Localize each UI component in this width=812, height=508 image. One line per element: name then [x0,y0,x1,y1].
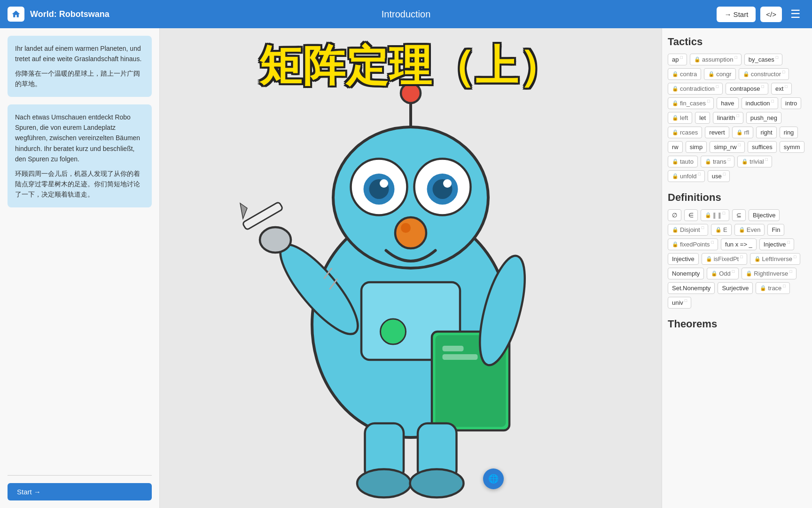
tactic-tag-constructor[interactable]: 🔒constructor□ [739,68,789,80]
lock-icon: 🔒 [746,270,752,277]
tag-label: have [721,100,734,107]
theorems-title: Theorems [668,318,806,330]
tactic-tag-left[interactable]: 🔒left [668,112,692,124]
tag-label: simp_rw [714,143,736,151]
tactic-tag-isFixedPt[interactable]: 🔒isFixedPt□ [702,253,747,265]
corner-mark: □ [738,143,741,147]
tactic-tag-push_neg[interactable]: push_neg [746,112,781,124]
svg-rect-4 [443,346,464,351]
tactic-tag-ap[interactable]: ap□ [668,54,687,65]
tactic-tag-let[interactable]: let [695,112,710,124]
tag-label: Injective [672,255,695,262]
lock-icon: 🔒 [760,285,766,291]
tactic-tag-congr[interactable]: 🔒congr [704,68,736,80]
corner-mark: □ [711,240,714,245]
start-button[interactable]: → Start [717,7,756,22]
corner-mark: □ [788,240,790,245]
tactic-tag-Even[interactable]: 🔒Even [734,224,765,236]
tag-label: rw [672,143,679,151]
tactic-tag-∈[interactable]: ∈ [684,209,698,221]
start-bottom-button[interactable]: Start → [8,483,152,500]
tactic-tag-univ[interactable]: univ□ [668,297,691,309]
tag-label: use [712,173,722,180]
home-icon [11,9,21,19]
tactic-tag-fun_x_=>__[interactable]: fun x => _ [721,238,757,250]
tactic-tag-Disjoint[interactable]: 🔒Disjoint□ [668,224,708,236]
tag-label: LeftInverse [762,255,792,262]
tactic-tag-ext[interactable]: ext□ [771,83,792,95]
translate-button[interactable]: 🌐 [483,468,504,489]
tactic-tag-assumption[interactable]: 🔒assumption□ [690,54,742,65]
corner-mark: □ [772,99,774,103]
lock-icon: 🔒 [743,71,750,77]
tactic-tag-have[interactable]: have [717,97,738,109]
tactic-tag-contradiction[interactable]: 🔒contradiction□ [668,83,723,95]
tactic-tag-Surjective[interactable]: Surjective [718,282,753,294]
corner-mark: □ [785,84,787,89]
tactic-tag-revert[interactable]: revert [705,127,729,138]
tactic-tag-Injective[interactable]: Injective [668,253,699,265]
tactic-tag-trivial[interactable]: 🔒trivial□ [737,156,772,167]
tag-label: Odd [719,270,731,277]
tactic-tag-E[interactable]: 🔒E [711,224,732,236]
lock-icon: 🔒 [705,159,711,165]
corner-mark: □ [702,225,704,230]
tag-label: constructor [751,71,781,78]
tactic-tag-suffices[interactable]: suffices [748,141,777,153]
tactic-tag-⊆[interactable]: ⊆ [732,209,746,221]
tactic-tag-trans[interactable]: 🔒trans□ [701,156,734,167]
tactics-grid: ap□🔒assumption□by_cases□🔒contra🔒congr🔒co… [668,54,806,182]
tactic-tag-contra[interactable]: 🔒contra [668,68,701,80]
tactic-tag-RightInverse[interactable]: 🔒RightInverse□ [742,268,796,279]
tag-label: Fin [772,226,780,233]
tag-label: trivial [750,158,764,165]
tactic-tag-LeftInverse[interactable]: 🔒LeftInverse□ [750,253,801,265]
menu-button[interactable]: ☰ [787,6,804,23]
tactic-tag-simp[interactable]: simp [686,141,707,153]
tactic-tag-ring[interactable]: ring [780,127,798,138]
tactic-tag-Bijective[interactable]: Bijective [749,209,780,221]
tactic-tag-tauto[interactable]: 🔒tauto [668,156,698,167]
tactic-tag-fin_cases[interactable]: 🔒fin_cases□ [668,97,714,109]
corner-mark: □ [723,211,725,215]
tactic-tag-‖_‖[interactable]: 🔒‖ ‖□ [701,209,729,221]
tactic-tag-contrapose[interactable]: contrapose□ [726,83,768,95]
tag-label: suffices [752,143,773,151]
tactic-tag-rw[interactable]: rw [668,141,683,153]
tactic-tag-right[interactable]: right [756,127,776,138]
home-button[interactable] [8,7,24,22]
tactic-tag-Injective[interactable]: Injective□ [759,238,794,250]
tag-label: Even [747,226,761,233]
center-area: 矩阵定理（上） [160,28,662,508]
tactic-tag-linarith[interactable]: linarith□ [713,112,743,124]
tactic-tag-trace[interactable]: 🔒trace□ [756,282,789,294]
tactic-tag-rcases[interactable]: 🔒rcases [668,127,702,138]
tag-label: unfold [680,173,696,180]
tactic-tag-fixedPoints[interactable]: 🔒fixedPoints□ [668,238,718,250]
tactic-tag-Set.Nonempty[interactable]: Set.Nonempty [668,282,715,294]
tactic-tag-induction[interactable]: induction□ [742,97,778,109]
story-text-zh-2: 环顾四周一会儿后，机器人发现了从你的着陆点穿过零星树木的足迹。你们简短地讨论了一… [15,168,144,200]
tactic-tag-by_cases[interactable]: by_cases□ [744,54,782,65]
tactic-tag-rfl[interactable]: 🔒rfl [732,127,754,138]
tactic-tag-Odd[interactable]: 🔒Odd□ [707,268,739,279]
lock-icon: 🔒 [672,71,679,77]
corner-mark: □ [728,157,730,162]
tactic-tag-use[interactable]: use□ [708,170,730,182]
tag-label: Bijective [753,212,775,219]
tactic-tag-Fin[interactable]: Fin [767,224,784,236]
tactic-tag-intro[interactable]: intro [781,97,801,109]
code-button[interactable]: </> [760,7,782,22]
tag-label: rcases [680,129,698,136]
tactic-tag-simp_rw[interactable]: simp_rw□ [710,141,745,153]
tactic-tag-unfold[interactable]: 🔒unfold□ [668,170,705,182]
tactic-tag-Nonempty[interactable]: Nonempty [668,268,704,279]
tactic-tag-symm[interactable]: symm [780,141,804,153]
tactic-tag-∅[interactable]: ∅ [668,209,681,221]
corner-mark: □ [685,298,687,303]
corner-mark: □ [707,99,710,103]
story-card-2: Nach etwas Umschauen entdeckt Robo Spure… [8,104,152,207]
lock-icon: 🔒 [742,159,748,165]
corner-mark: □ [782,70,785,74]
lock-icon: 🔒 [754,256,761,262]
